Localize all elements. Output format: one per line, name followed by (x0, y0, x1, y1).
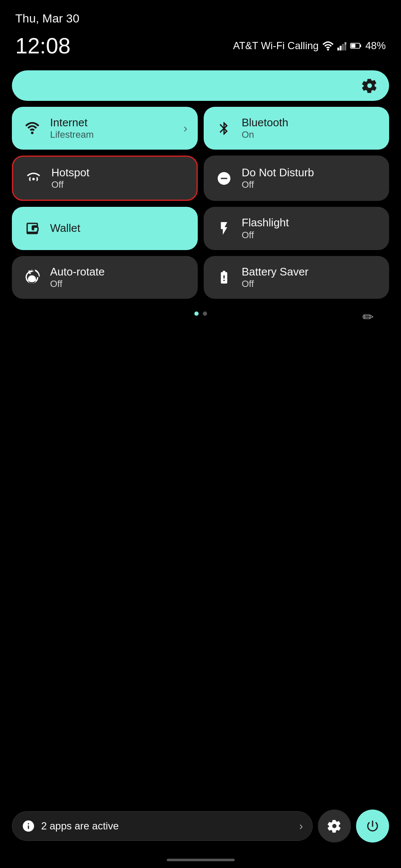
tile-flashlight-sublabel: Off (242, 230, 289, 241)
bottom-bar: 2 apps are active › (12, 810, 389, 843)
tiles-grid: Internet Lifestream › Bluetooth On (12, 107, 389, 299)
tile-autorotate-label: Auto-rotate (50, 265, 105, 278)
battery-icon (350, 41, 362, 50)
tile-batterysaver-text: Battery Saver Off (242, 265, 309, 289)
svg-text:R: R (345, 41, 347, 46)
tile-internet-label: Internet (50, 116, 94, 129)
svg-rect-1 (337, 47, 339, 50)
tile-dnd-text: Do Not Disturb Off (242, 166, 314, 190)
tile-autorotate-sublabel: Off (50, 278, 105, 289)
tile-flashlight[interactable]: Flashlight Off (204, 207, 390, 250)
brightness-bar[interactable] (12, 70, 389, 101)
tile-wallet[interactable]: Wallet (12, 207, 198, 250)
tile-batterysaver-sublabel: Off (242, 278, 309, 289)
tile-hotspot-text: Hotspot Off (51, 166, 90, 190)
bluetooth-icon (214, 118, 234, 139)
pagination-row: ✏ (12, 305, 389, 320)
tile-wallet-text: Wallet (50, 222, 80, 235)
wifi-status-icon (322, 41, 334, 50)
status-time: 12:08 (15, 33, 70, 58)
tile-bluetooth[interactable]: Bluetooth On (204, 107, 390, 150)
apps-active-label: 2 apps are active (41, 820, 293, 832)
tile-dnd[interactable]: Do Not Disturb Off (204, 156, 390, 201)
tile-batterysaver-label: Battery Saver (242, 265, 309, 278)
carrier-label: AT&T Wi-Fi Calling (233, 40, 319, 52)
tile-hotspot-sublabel: Off (51, 179, 90, 190)
svg-rect-2 (339, 46, 341, 50)
settings-gear-button[interactable] (360, 76, 379, 95)
signal-icon: R (337, 41, 347, 50)
gear-icon (362, 78, 378, 94)
pagination-dot-1 (194, 312, 199, 316)
tile-internet-sublabel: Lifestream (50, 129, 94, 140)
batterysaver-icon (214, 267, 234, 287)
status-row: 12:08 AT&T Wi-Fi Calling R 48% (0, 30, 401, 66)
quick-settings-panel: Internet Lifestream › Bluetooth On (0, 66, 401, 328)
chevron-right-icon: › (183, 122, 187, 135)
edit-button[interactable]: ✏ (362, 309, 374, 325)
svg-rect-3 (342, 44, 344, 50)
tile-hotspot-label: Hotspot (51, 166, 90, 179)
tile-batterysaver[interactable]: Battery Saver Off (204, 256, 390, 299)
tile-bluetooth-text: Bluetooth On (242, 116, 289, 140)
info-icon (22, 819, 35, 833)
tile-autorotate-text: Auto-rotate Off (50, 265, 105, 289)
tile-internet[interactable]: Internet Lifestream › (12, 107, 198, 150)
status-date: Thu, Mar 30 (15, 12, 79, 25)
tile-internet-text: Internet Lifestream (50, 116, 94, 140)
tile-wallet-label: Wallet (50, 222, 80, 235)
tile-autorotate[interactable]: Auto-rotate Off (12, 256, 198, 299)
tile-bluetooth-label: Bluetooth (242, 116, 289, 129)
flashlight-icon (214, 218, 234, 239)
tile-hotspot[interactable]: Hotspot Off (12, 156, 198, 201)
wifi-icon (22, 118, 42, 139)
battery-label: 48% (365, 40, 386, 52)
dnd-icon (214, 168, 234, 189)
tile-bluetooth-sublabel: On (242, 129, 289, 140)
hotspot-icon (23, 168, 44, 189)
apps-active-pill[interactable]: 2 apps are active › (12, 811, 313, 841)
autorotate-icon (22, 267, 42, 287)
svg-rect-7 (351, 44, 355, 48)
pagination-dot-2 (203, 312, 207, 316)
svg-point-9 (31, 131, 34, 134)
bottom-power-button[interactable] (356, 810, 389, 843)
home-indicator (167, 859, 235, 861)
power-icon (365, 819, 380, 833)
svg-rect-8 (360, 45, 361, 47)
tile-flashlight-label: Flashlight (242, 216, 289, 229)
settings-icon (327, 819, 342, 833)
status-bar: Thu, Mar 30 (0, 0, 401, 30)
svg-point-0 (327, 49, 329, 50)
status-right-icons: AT&T Wi-Fi Calling R 48% (233, 40, 386, 52)
tile-dnd-sublabel: Off (242, 179, 314, 190)
tile-dnd-label: Do Not Disturb (242, 166, 314, 179)
bottom-settings-button[interactable] (318, 810, 351, 843)
tile-flashlight-text: Flashlight Off (242, 216, 289, 240)
chevron-right-icon: › (299, 820, 303, 833)
wallet-icon (22, 218, 42, 239)
